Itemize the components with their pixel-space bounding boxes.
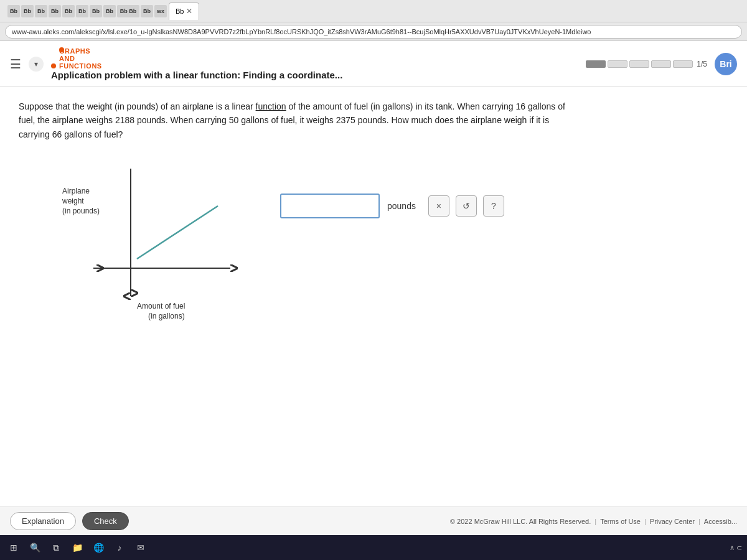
graph-answer-area: Airplane weight (in pounds) [56, 156, 728, 333]
answer-area: pounds × ↺ ? [280, 194, 504, 218]
explanation-button[interactable]: Explanation [10, 512, 76, 530]
tab-bb-4[interactable]: Bb [49, 5, 61, 17]
separator-3: | [698, 518, 700, 525]
tab-label: Bb [176, 7, 184, 15]
tab-bb-10[interactable]: Bb [141, 5, 153, 17]
copyright-text: © 2022 McGraw Hill LLC. All Rights Reser… [450, 518, 591, 525]
progress-seg-4 [651, 60, 671, 68]
progress-seg-1 [586, 60, 606, 68]
tab-bb-3[interactable]: Bb [35, 5, 47, 17]
system-tray: ∧ ⊂ [730, 544, 742, 552]
search-taskbar[interactable]: 🔍 [26, 539, 44, 556]
function-link[interactable]: function [256, 101, 286, 111]
tab-bb-9[interactable]: Bb Bb [117, 5, 139, 17]
tab-bb-8[interactable]: Bb [103, 5, 116, 17]
menu-icon[interactable]: ☰ [10, 57, 21, 72]
address-bar[interactable]: www-awu.aleks.com/alekscgi/x/lsl.exe/1o_… [5, 25, 742, 39]
page-title: Application problem with a linear functi… [51, 70, 342, 80]
progress-fraction: 1/5 [697, 60, 707, 68]
header-title-area: GRAPHS AND FUNCTIONS Application problem… [51, 47, 342, 80]
main-content: ☰ ▾ GRAPHS AND FUNCTIONS Application pro… [0, 41, 747, 535]
aleks-header: ☰ ▾ GRAPHS AND FUNCTIONS Application pro… [0, 41, 747, 87]
check-button[interactable]: Check [82, 512, 129, 530]
taskbar-right: ∧ ⊂ [730, 544, 742, 552]
avatar-initials: Bri [720, 59, 731, 69]
tab-bb-1[interactable]: Bb [7, 5, 20, 17]
graph-container: Airplane weight (in pounds) [56, 156, 255, 333]
tab-bb-6[interactable]: Bb [76, 5, 88, 17]
terms-of-use-link[interactable]: Terms of Use [600, 518, 641, 525]
separator-2: | [644, 518, 646, 525]
svg-text:Airplane: Airplane [62, 187, 90, 195]
tab-close-icon[interactable]: ✕ [186, 7, 192, 16]
action-buttons: × ↺ ? [428, 195, 504, 217]
dropdown-toggle[interactable]: ▾ [29, 57, 44, 72]
browser-tab-bar: Bb Bb Bb Bb Bb Bb Bb Bb Bb Bb Bb wx Bb ✕ [0, 0, 747, 22]
help-button[interactable]: ? [483, 195, 504, 217]
header-right: 1/5 Bri [586, 53, 737, 75]
accessibility-link[interactable]: Accessib... [704, 518, 737, 525]
svg-line-7 [137, 206, 218, 259]
file-explorer-icon[interactable]: 📁 [68, 539, 86, 556]
tab-bb-2[interactable]: Bb [21, 5, 34, 17]
svg-text:Amount of fuel: Amount of fuel [137, 302, 185, 310]
header-left: ☰ ▾ GRAPHS AND FUNCTIONS Application pro… [10, 47, 342, 80]
tab-bb-5[interactable]: Bb [62, 5, 75, 17]
progress-seg-2 [608, 60, 627, 68]
question-area: Suppose that the weight (in pounds) of a… [0, 87, 747, 506]
browser-taskbar-icon[interactable]: 🌐 [90, 539, 107, 556]
progress-seg-5 [673, 60, 693, 68]
progress-segments [586, 60, 693, 68]
privacy-center-link[interactable]: Privacy Center [650, 518, 695, 525]
start-button[interactable]: ⊞ [5, 539, 22, 556]
section-label: GRAPHS AND FUNCTIONS [51, 47, 342, 70]
address-bar-row: www-awu.aleks.com/alekscgi/x/lsl.exe/1o_… [0, 22, 747, 41]
mail-icon[interactable]: ✉ [132, 539, 149, 556]
question-text: Suppose that the weight (in pounds) of a… [19, 100, 579, 141]
section-dot [51, 63, 56, 68]
progress-bar-container: 1/5 [586, 60, 707, 68]
address-text: www-awu.aleks.com/alekscgi/x/lsl.exe/1o_… [12, 28, 591, 35]
avatar[interactable]: Bri [715, 53, 737, 75]
tab-wx[interactable]: wx [154, 5, 167, 17]
answer-unit-label: pounds [387, 201, 416, 211]
undo-button[interactable]: ↺ [456, 195, 477, 217]
footer-links: © 2022 McGraw Hill LLC. All Rights Reser… [450, 518, 737, 525]
answer-input-field[interactable] [288, 201, 350, 211]
svg-text:weight: weight [62, 197, 84, 205]
progress-seg-3 [629, 60, 649, 68]
svg-text:(in pounds): (in pounds) [62, 207, 100, 215]
separator-1: | [594, 518, 596, 525]
tab-bb-7[interactable]: Bb [90, 5, 102, 17]
answer-input-box[interactable] [280, 194, 380, 218]
active-tab[interactable]: Bb ✕ [169, 2, 199, 20]
taskview-button[interactable]: ⧉ [47, 539, 65, 556]
bottom-left-buttons: Explanation Check [10, 512, 129, 530]
svg-text:(in gallons): (in gallons) [148, 312, 185, 320]
taskbar: ⊞ 🔍 ⧉ 📁 🌐 ♪ ✉ ∧ ⊂ [0, 535, 747, 560]
bottom-bar: Explanation Check © 2022 McGraw Hill LLC… [0, 506, 747, 535]
coordinate-graph: Airplane weight (in pounds) [56, 156, 255, 330]
x-button[interactable]: × [428, 195, 449, 217]
music-icon[interactable]: ♪ [111, 539, 128, 556]
